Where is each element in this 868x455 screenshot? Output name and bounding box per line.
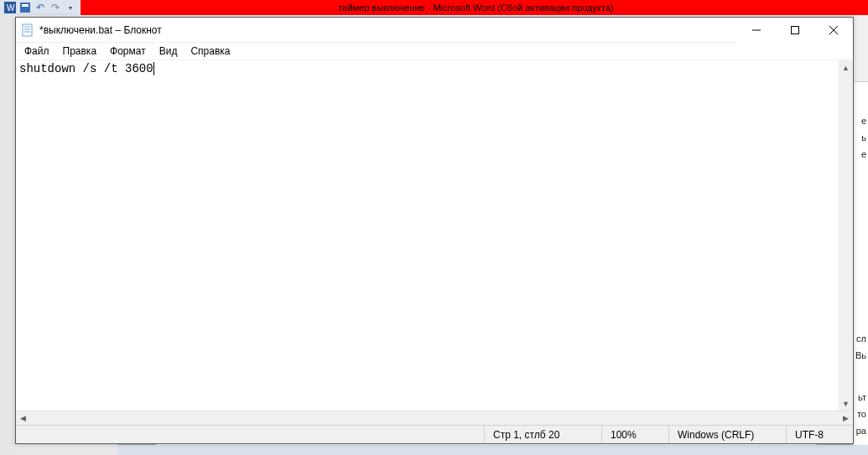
save-icon[interactable]	[18, 1, 32, 14]
notepad-titlebar[interactable]: *выключени.bat – Блокнот	[16, 18, 853, 43]
notepad-editor-wrap: shutdown /s /t 3600 ▲ ▼ ◀ ▶	[16, 59, 853, 425]
status-position-text: Стр 1, стлб 20	[493, 429, 559, 441]
menu-help[interactable]: Справка	[184, 44, 236, 59]
svg-rect-2	[20, 3, 30, 13]
text-caret	[153, 62, 154, 75]
word-text-fragment: сл	[856, 333, 866, 344]
word-quick-access-toolbar: W ↶ ↷ ▾	[0, 0, 81, 15]
menu-format[interactable]: Формат	[103, 44, 153, 59]
vertical-scrollbar[interactable]: ▲ ▼	[839, 60, 853, 411]
word-title-text: таймер выключение - Microsoft Word (Сбой…	[338, 3, 613, 13]
menu-edit[interactable]: Правка	[56, 44, 104, 59]
menu-view[interactable]: Вид	[153, 44, 185, 59]
svg-rect-3	[22, 4, 29, 7]
status-zoom-text: 100%	[611, 429, 637, 441]
scroll-down-icon[interactable]: ▼	[839, 396, 853, 411]
svg-rect-9	[792, 26, 799, 34]
horizontal-scrollbar[interactable]: ◀ ▶	[16, 411, 853, 425]
notepad-app-icon	[21, 23, 34, 37]
notepad-text-area[interactable]: shutdown /s /t 3600	[16, 60, 853, 411]
word-app-icon: W	[3, 1, 17, 14]
status-spacer	[16, 426, 484, 443]
svg-text:W: W	[7, 3, 15, 13]
qat-dropdown-icon[interactable]: ▾	[64, 1, 77, 14]
word-text-fragment: ь	[861, 132, 866, 142]
close-button[interactable]	[814, 18, 853, 43]
word-statusbar	[117, 445, 868, 455]
word-text-fragment: ьт	[858, 392, 866, 402]
notepad-window: *выключени.bat – Блокнот Файл Правка Фор…	[15, 17, 854, 444]
maximize-button[interactable]	[776, 18, 814, 43]
word-right-edge: е ь е сл Вь ьт то ра	[853, 82, 868, 455]
redo-icon[interactable]: ↷	[49, 1, 62, 14]
status-cursor-position: Стр 1, стлб 20	[484, 426, 601, 443]
word-text-fragment: то	[857, 409, 866, 419]
svg-rect-4	[23, 24, 32, 36]
word-text-fragment: е	[861, 116, 866, 126]
notepad-text-content: shutdown /s /t 3600	[19, 62, 153, 75]
status-line-ending: Windows (CRLF)	[668, 426, 786, 443]
scroll-left-icon[interactable]: ◀	[16, 411, 30, 426]
notepad-title-text: *выключени.bat – Блокнот	[39, 24, 737, 36]
minimize-button[interactable]	[737, 18, 776, 43]
status-line-ending-text: Windows (CRLF)	[678, 429, 754, 441]
word-left-edge	[0, 15, 15, 455]
word-text-fragment: е	[861, 149, 866, 159]
status-zoom[interactable]: 100%	[601, 426, 668, 443]
word-text-fragment: Вь	[855, 350, 866, 360]
notepad-menubar: Файл Правка Формат Вид Справка	[16, 43, 853, 59]
scroll-right-icon[interactable]: ▶	[839, 411, 853, 426]
undo-icon[interactable]: ↶	[34, 1, 47, 14]
notepad-statusbar: Стр 1, стлб 20 100% Windows (CRLF) UTF-8	[16, 425, 853, 443]
word-text-fragment: ра	[856, 426, 866, 436]
status-encoding: UTF-8	[786, 426, 853, 443]
word-titlebar: таймер выключение - Microsoft Word (Сбой…	[0, 0, 868, 15]
menu-file[interactable]: Файл	[18, 44, 56, 59]
scroll-up-icon[interactable]: ▲	[839, 60, 853, 75]
status-encoding-text: UTF-8	[795, 429, 824, 441]
